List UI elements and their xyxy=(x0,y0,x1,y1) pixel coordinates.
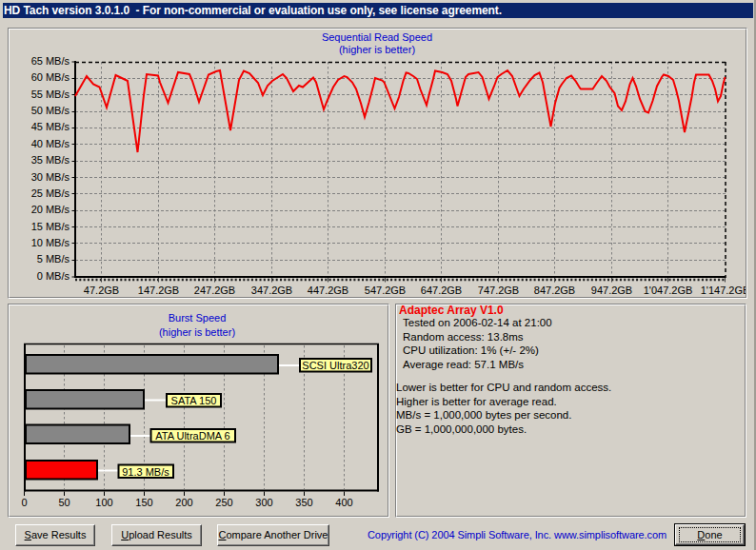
svg-text:25 MB/s: 25 MB/s xyxy=(31,187,70,199)
svg-text:ATA UltraDMA 6: ATA UltraDMA 6 xyxy=(155,430,229,442)
svg-text:1'047.2GB: 1'047.2GB xyxy=(644,285,693,296)
svg-text:35 MB/s: 35 MB/s xyxy=(31,154,70,166)
svg-text:100: 100 xyxy=(95,497,112,508)
svg-text:65 MB/s: 65 MB/s xyxy=(31,55,70,67)
svg-text:647.2GB: 647.2GB xyxy=(421,285,462,296)
svg-text:55 MB/s: 55 MB/s xyxy=(31,88,70,100)
svg-text:50 MB/s: 50 MB/s xyxy=(31,105,70,116)
svg-text:300: 300 xyxy=(255,497,272,508)
svg-text:10 MB/s: 10 MB/s xyxy=(31,237,70,248)
svg-text:30 MB/s: 30 MB/s xyxy=(31,171,70,183)
svg-text:200: 200 xyxy=(175,497,192,508)
svg-text:347.2GB: 347.2GB xyxy=(251,285,292,296)
svg-text:147.2GB: 147.2GB xyxy=(138,285,179,296)
svg-text:60 MB/s: 60 MB/s xyxy=(31,71,70,83)
svg-text:5 MB/s: 5 MB/s xyxy=(37,253,70,265)
svg-text:47.2GB: 47.2GB xyxy=(84,285,119,296)
svg-text:SCSI Ultra320: SCSI Ultra320 xyxy=(302,360,368,371)
svg-text:40 MB/s: 40 MB/s xyxy=(31,138,70,149)
svg-text:1'147.2GB: 1'147.2GB xyxy=(701,285,750,296)
svg-text:350: 350 xyxy=(295,497,312,508)
svg-text:91.3 MB/s: 91.3 MB/s xyxy=(122,466,169,478)
svg-text:400: 400 xyxy=(335,497,352,508)
svg-text:15 MB/s: 15 MB/s xyxy=(31,221,70,232)
svg-text:250: 250 xyxy=(215,497,232,508)
svg-text:150: 150 xyxy=(135,497,152,508)
svg-text:747.2GB: 747.2GB xyxy=(478,285,519,296)
svg-text:SATA 150: SATA 150 xyxy=(171,395,217,406)
svg-text:447.2GB: 447.2GB xyxy=(308,285,348,296)
svg-text:247.2GB: 247.2GB xyxy=(194,285,235,296)
svg-text:547.2GB: 547.2GB xyxy=(365,285,406,296)
svg-text:50: 50 xyxy=(58,497,70,508)
svg-text:45 MB/s: 45 MB/s xyxy=(31,121,70,132)
svg-text:0: 0 xyxy=(21,497,27,508)
svg-text:947.2GB: 947.2GB xyxy=(591,285,632,296)
svg-text:847.2GB: 847.2GB xyxy=(534,285,575,296)
svg-text:20 MB/s: 20 MB/s xyxy=(31,204,70,215)
svg-text:0 MB/s: 0 MB/s xyxy=(37,270,70,282)
